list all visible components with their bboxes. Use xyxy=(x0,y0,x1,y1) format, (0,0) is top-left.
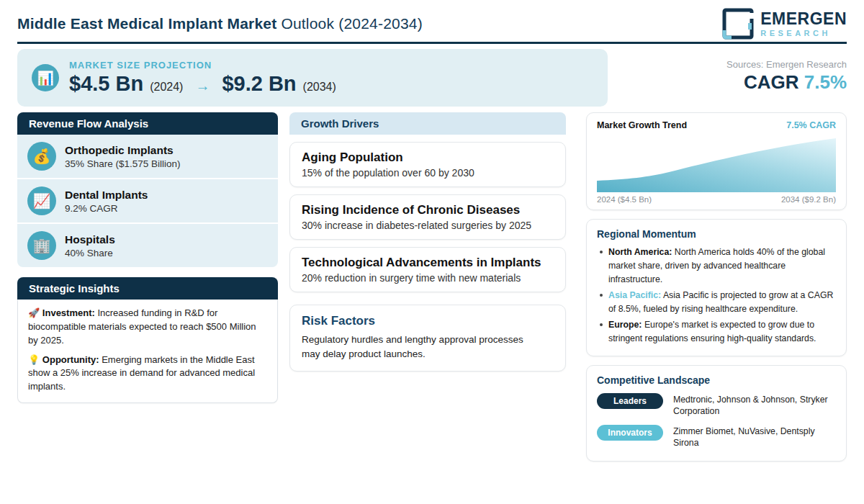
end-value: $9.2 Bn xyxy=(222,72,296,96)
driver-subtitle: 30% increase in diabetes-related surgeri… xyxy=(302,220,554,231)
strategic-insights-body: 🚀 Investment: Increased funding in R&D f… xyxy=(17,300,278,403)
insight-investment: 🚀 Investment: Increased funding in R&D f… xyxy=(28,307,267,348)
risk-factors-text: Regulatory hurdles and lengthy approval … xyxy=(302,333,539,361)
arrow-right-icon: → xyxy=(189,78,215,94)
revenue-item-title: Dental Implants xyxy=(65,189,148,202)
revenue-item-subtitle: 9.2% CAGR xyxy=(65,203,148,214)
driver-subtitle: 15% of the population over 60 by 2030 xyxy=(302,167,554,179)
area-chart xyxy=(597,136,836,192)
region-lead: Asia Pacific: xyxy=(608,290,661,300)
risk-factors-title: Risk Factors xyxy=(302,314,554,328)
banner-text: MARKET SIZE PROJECTION $4.5 Bn (2024) → … xyxy=(69,60,336,96)
bullet-dot xyxy=(600,251,603,253)
revenue-item-subtitle: 35% Share ($1.575 Billion) xyxy=(65,158,181,169)
regional-item-text: North America: North America holds 40% o… xyxy=(608,246,836,287)
revenue-flow-header: Revenue Flow Analysis xyxy=(17,112,278,135)
end-year: (2034) xyxy=(303,81,336,94)
innovators-row: Innovators Zimmer Biomet, NuVasive, Dent… xyxy=(597,425,836,449)
revenue-item-text: Orthopedic Implants 35% Share ($1.575 Bi… xyxy=(65,144,181,169)
driver-title: Technological Advancements in Implants xyxy=(302,256,554,270)
building-emoji: 🏢 xyxy=(33,237,51,254)
bullet-dot xyxy=(600,323,603,326)
chart-increasing-emoji: 📈 xyxy=(33,192,51,210)
revenue-item-title: Hospitals xyxy=(65,233,115,246)
list-item: 💰 Orthopedic Implants 35% Share ($1.575 … xyxy=(17,135,278,178)
revenue-flow-list: 💰 Orthopedic Implants 35% Share ($1.575 … xyxy=(17,135,278,267)
logo-text: EMERGEN RESEARCH xyxy=(760,11,847,37)
list-item: Asia Pacific: Asia Pacific is projected … xyxy=(597,289,836,316)
insight-opportunity: 💡 Opportunity: Emerging markets in the M… xyxy=(28,354,267,395)
innovators-badge: Innovators xyxy=(597,425,663,441)
growth-drivers-header: Growth Drivers xyxy=(289,112,566,135)
lightbulb-icon: 💡 xyxy=(28,354,40,365)
sources-cagr-block: Sources: Emergen Research CAGR 7.5% xyxy=(726,49,847,94)
driver-title: Rising Incidence of Chronic Diseases xyxy=(302,203,554,217)
trend-card-header: Market Growth Trend 7.5% CAGR xyxy=(597,120,836,130)
competitive-landscape-title: Competitive Landscape xyxy=(597,374,836,386)
sources-text: Sources: Emergen Research xyxy=(726,59,847,70)
revenue-item-subtitle: 40% Share xyxy=(65,248,115,258)
innovators-companies: Zimmer Biomet, NuVasive, Dentsply Sirona xyxy=(673,425,836,449)
regional-momentum-card: Regional Momentum North America: North A… xyxy=(586,219,847,356)
infographic-page: Middle East Medical Implant Market Outlo… xyxy=(0,0,864,504)
region-lead: Europe: xyxy=(608,320,642,330)
page-title-rest: Outlook (2024-2034) xyxy=(276,15,422,32)
middle-column: Growth Drivers Aging Population 15% of t… xyxy=(289,112,566,372)
area-chart-series xyxy=(597,138,836,192)
banner-values: $4.5 Bn (2024) → $9.2 Bn (2034) xyxy=(69,72,336,96)
building-icon: 🏢 xyxy=(27,231,56,260)
top-row: 📊 MARKET SIZE PROJECTION $4.5 Bn (2024) … xyxy=(0,44,864,107)
strategic-insights-card: Strategic Insights 🚀 Investment: Increas… xyxy=(17,277,278,403)
revenue-item-text: Dental Implants 9.2% CAGR xyxy=(65,189,148,214)
market-growth-trend-card: Market Growth Trend 7.5% CAGR 2024 ($4.5 xyxy=(586,112,847,210)
start-year: (2024) xyxy=(150,81,183,94)
rocket-icon: 🚀 xyxy=(28,307,40,318)
cagr-value: 7.5% xyxy=(804,71,847,93)
revenue-item-title: Orthopedic Implants xyxy=(65,144,181,157)
main-content: Revenue Flow Analysis 💰 Orthopedic Impla… xyxy=(0,107,864,462)
trend-start-label: 2024 ($4.5 Bn) xyxy=(597,195,652,204)
driver-card-tech-advancements: Technological Advancements in Implants 2… xyxy=(289,247,566,292)
right-column: Market Growth Trend 7.5% CAGR 2024 ($4.5 xyxy=(586,112,847,462)
trend-cagr-badge: 7.5% CAGR xyxy=(786,120,836,130)
region-lead: North America: xyxy=(608,247,672,257)
driver-card-aging-population: Aging Population 15% of the population o… xyxy=(289,142,566,187)
competitive-landscape-card: Competitive Landscape Leaders Medtronic,… xyxy=(586,365,847,462)
cagr-line: CAGR 7.5% xyxy=(726,71,847,94)
revenue-item-text: Hospitals 40% Share xyxy=(65,233,115,258)
market-size-banner: 📊 MARKET SIZE PROJECTION $4.5 Bn (2024) … xyxy=(17,49,608,107)
money-bag-icon: 💰 xyxy=(27,142,56,171)
revenue-flow-card: Revenue Flow Analysis 💰 Orthopedic Impla… xyxy=(17,112,278,267)
risk-factors-card: Risk Factors Regulatory hurdles and leng… xyxy=(289,305,566,372)
trend-axis-labels: 2024 ($4.5 Bn) 2034 ($9.2 Bn) xyxy=(597,195,836,204)
trend-title: Market Growth Trend xyxy=(597,120,687,130)
list-item: 🏢 Hospitals 40% Share xyxy=(17,222,278,267)
list-item: 📈 Dental Implants 9.2% CAGR xyxy=(17,178,278,222)
leaders-companies: Medtronic, Johnson & Johnson, Stryker Co… xyxy=(673,393,836,418)
bar-chart-emoji: 📊 xyxy=(37,70,54,86)
logo-subtitle: RESEARCH xyxy=(760,30,847,37)
regional-bullet-list: North America: North America holds 40% o… xyxy=(597,246,836,346)
list-item: North America: North America holds 40% o… xyxy=(597,246,836,287)
list-item: Europe: Europe's market is expected to g… xyxy=(597,318,836,346)
chart-increasing-icon: 📈 xyxy=(27,186,56,215)
cagr-label: CAGR xyxy=(744,71,799,93)
trend-end-label: 2034 ($9.2 Bn) xyxy=(781,195,836,204)
logo-wordmark: EMERGEN xyxy=(760,11,847,27)
money-bag-emoji: 💰 xyxy=(33,148,51,165)
page-title: Middle East Medical Implant Market Outlo… xyxy=(17,15,423,32)
driver-card-chronic-diseases: Rising Incidence of Chronic Diseases 30%… xyxy=(289,194,566,240)
strategic-insights-header: Strategic Insights xyxy=(17,277,278,300)
logo-square-icon xyxy=(721,7,755,40)
regional-item-text: Europe: Europe's market is expected to g… xyxy=(608,318,836,346)
start-value: $4.5 Bn xyxy=(69,72,143,96)
insight-lead: Opportunity: xyxy=(42,354,99,365)
emergen-research-logo: EMERGEN RESEARCH xyxy=(721,7,847,40)
driver-subtitle: 20% reduction in surgery time with new m… xyxy=(302,272,554,284)
bar-chart-icon: 📊 xyxy=(32,64,59,91)
regional-item-text: Asia Pacific: Asia Pacific is projected … xyxy=(608,289,836,316)
left-column: Revenue Flow Analysis 💰 Orthopedic Impla… xyxy=(17,112,278,403)
banner-label: MARKET SIZE PROJECTION xyxy=(69,60,336,71)
page-title-bold: Middle East Medical Implant Market xyxy=(17,15,276,32)
leaders-row: Leaders Medtronic, Johnson & Johnson, St… xyxy=(597,393,836,418)
